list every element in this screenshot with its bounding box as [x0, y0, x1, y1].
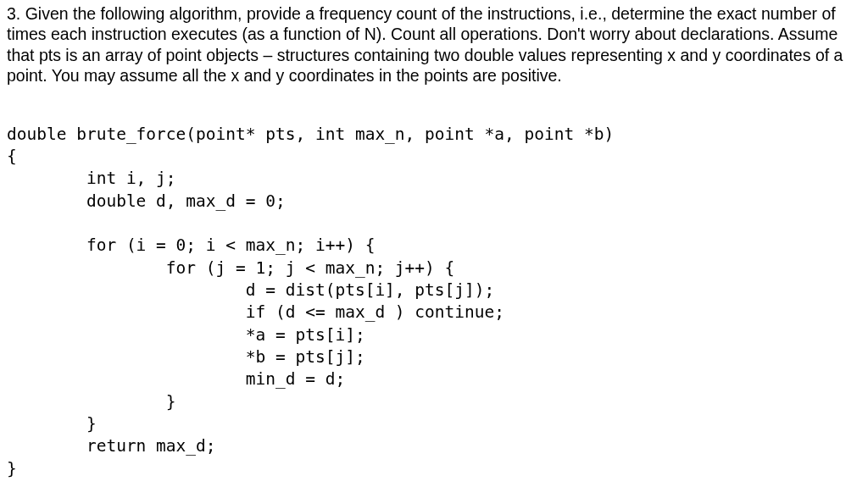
- code-line: for (i = 0; i < max_n; i++) {: [7, 235, 375, 255]
- code-line: double d, max_d = 0;: [7, 191, 286, 211]
- code-line: int i, j;: [7, 169, 176, 188]
- code-line: *b = pts[j];: [7, 347, 365, 367]
- code-line: }: [7, 459, 17, 479]
- code-line: }: [7, 414, 97, 434]
- question-text: 3. Given the following algorithm, provid…: [7, 3, 861, 86]
- code-line: *a = pts[i];: [7, 325, 365, 345]
- code-line: for (j = 1; j < max_n; j++) {: [7, 258, 454, 278]
- code-line: min_d = d;: [7, 369, 345, 389]
- code-line: d = dist(pts[i], pts[j]);: [7, 280, 494, 300]
- code-line: double brute_force(point* pts, int max_n…: [7, 125, 614, 144]
- code-line: }: [7, 392, 176, 412]
- code-line: return max_d;: [7, 436, 216, 456]
- code-block: double brute_force(point* pts, int max_n…: [7, 102, 861, 480]
- code-line: {: [7, 147, 17, 166]
- code-line: if (d <= max_d ) continue;: [7, 302, 504, 322]
